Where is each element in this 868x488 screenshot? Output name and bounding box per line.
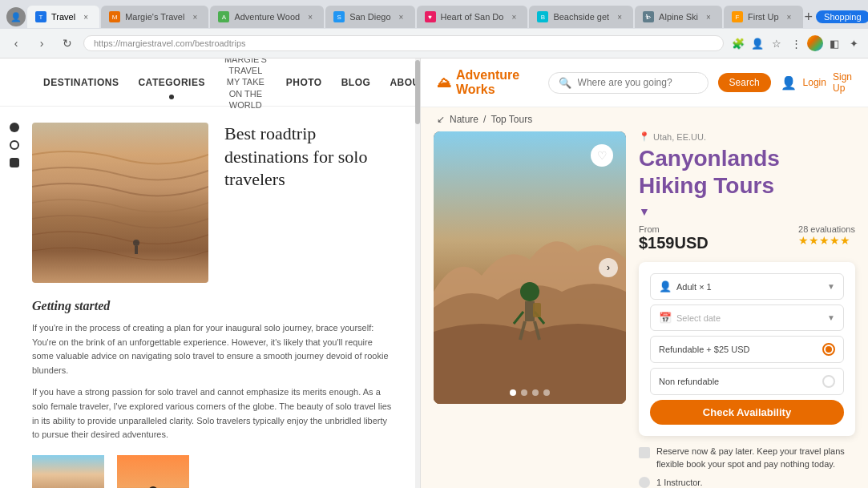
- extensions-icon[interactable]: 🧩: [730, 35, 746, 51]
- location-pin-icon: 📍: [639, 131, 650, 142]
- breadcrumb: ↙ Nature / Top Tours: [421, 107, 868, 131]
- breadcrumb-tours[interactable]: Top Tours: [491, 114, 532, 125]
- tab-sandiego[interactable]: S San Diego ×: [325, 6, 414, 28]
- nav-categories[interactable]: CATEGORIES: [138, 74, 204, 91]
- nav-destinations[interactable]: DESTINATIONS: [43, 74, 119, 91]
- blog-brand[interactable]: MARGIE'S TRAVEL MY TAKE ON THE WORLD: [224, 58, 267, 111]
- more-icon[interactable]: ⋮: [788, 35, 804, 51]
- booking-date-row[interactable]: 📅 Select date ▼: [650, 304, 844, 331]
- nav-photo[interactable]: PHOTO: [286, 74, 322, 91]
- hero-dot-1[interactable]: [510, 389, 516, 396]
- tab-margies[interactable]: M Margie's Travel ×: [101, 6, 208, 28]
- breadcrumb-nature[interactable]: Nature: [450, 114, 478, 125]
- blog-hero-image: [32, 123, 208, 283]
- tab-adventure-close[interactable]: ×: [305, 11, 316, 22]
- adult-chevron-icon: ▼: [827, 282, 835, 291]
- main-area: DESTINATIONS CATEGORIES MARGIE'S TRAVEL …: [0, 58, 868, 488]
- back-button[interactable]: ‹: [6, 34, 26, 53]
- tab-travel[interactable]: T Travel ×: [27, 6, 99, 28]
- blog-main-title: Best roadtrip destinations for solo trav…: [224, 123, 396, 192]
- beachside-favicon: B: [537, 11, 548, 22]
- url-bar[interactable]: https://margiestravel.com/bestroadtrips: [83, 35, 724, 51]
- login-link[interactable]: Login: [803, 77, 826, 88]
- hero-dot-3[interactable]: [532, 389, 539, 396]
- tab-beachside-close[interactable]: ×: [614, 11, 625, 22]
- tab-beachside[interactable]: B Beachside get ×: [529, 6, 633, 28]
- favorites-icon[interactable]: ☆: [769, 35, 785, 51]
- search-input[interactable]: [578, 77, 698, 88]
- auth-section: 👤 Login Sign Up: [781, 71, 852, 94]
- aw-reviews-block: 28 evaluations ★★★★★: [798, 224, 855, 247]
- tab-sandiego-title: San Diego: [349, 12, 390, 22]
- sunset-thumbnail: [117, 455, 189, 488]
- tab-firstup[interactable]: F First Up ×: [724, 6, 803, 28]
- tab-margies-close[interactable]: ×: [189, 11, 200, 22]
- tab-sandiego-close[interactable]: ×: [396, 11, 407, 22]
- booking-adult-row[interactable]: 👤 Adult × 1 ▼: [650, 273, 844, 300]
- hero-dots: [510, 389, 550, 396]
- nav-blog[interactable]: BLOG: [341, 74, 371, 91]
- social-icon-3[interactable]: [10, 158, 19, 167]
- check-availability-button[interactable]: Check Availability: [650, 400, 844, 425]
- social-icon-2[interactable]: [10, 140, 19, 150]
- blog-content: Best roadtrip destinations for solo trav…: [0, 107, 420, 488]
- aw-instructor: 1 Instructor.: [639, 477, 855, 488]
- refundable-radio[interactable]: [822, 343, 835, 356]
- aw-details-panel: 📍 Utah, EE.UU. Canyonlands Hiking Tours …: [639, 131, 855, 488]
- social-icon-1[interactable]: [10, 123, 19, 132]
- tab-heart-close[interactable]: ×: [508, 11, 519, 22]
- booking-nonrefundable-row[interactable]: Non refundable: [650, 368, 844, 395]
- hero-favorite-button[interactable]: ♡: [591, 144, 613, 167]
- hero-next-button[interactable]: ›: [599, 258, 618, 277]
- booking-refundable-row[interactable]: Refundable + $25 USD: [650, 336, 844, 363]
- svg-point-8: [520, 282, 539, 301]
- signup-link[interactable]: Sign Up: [833, 71, 852, 94]
- tab-firstup-title: First Up: [748, 12, 779, 22]
- aw-hero-container: ♡ ›: [434, 131, 626, 488]
- hero-dot-2[interactable]: [521, 389, 527, 396]
- search-button[interactable]: Search: [718, 73, 771, 92]
- sandstone-svg: [32, 123, 208, 283]
- hero-dot-4[interactable]: [543, 389, 550, 396]
- profile-account-icon[interactable]: 👤: [749, 35, 765, 51]
- new-tab-button[interactable]: +: [805, 6, 813, 28]
- small-image-canyon: UTAH AND IT'S WONDERFUL CANYONS: [32, 455, 104, 488]
- tab-firstup-close[interactable]: ×: [784, 11, 795, 22]
- blog-hero-section: Best roadtrip destinations for solo trav…: [32, 123, 396, 283]
- sidebar-icon[interactable]: ◧: [826, 35, 842, 51]
- aw-logo: ⛰ Adventure Works: [437, 68, 539, 97]
- date-chevron-icon: ▼: [827, 313, 835, 322]
- sunset-thumb-svg: [117, 455, 189, 488]
- scroll-thumb[interactable]: [415, 60, 420, 124]
- tab-travel-close[interactable]: ×: [80, 11, 91, 22]
- tab-adventure[interactable]: A Adventure Wood ×: [210, 6, 324, 28]
- svg-rect-14: [533, 303, 541, 317]
- profile-icon[interactable]: 👤: [6, 7, 26, 26]
- blog-text-2: If you have a strong passion for solo tr…: [32, 385, 396, 442]
- forward-button[interactable]: ›: [32, 34, 51, 53]
- hero-svg: [434, 131, 626, 404]
- aw-title-chevron-icon: ▼: [639, 205, 855, 218]
- adult-icon: 👤: [659, 280, 672, 292]
- reload-button[interactable]: ↻: [58, 34, 77, 53]
- aw-pricing-row: From $159USD 28 evaluations ★★★★★: [639, 224, 855, 252]
- calendar-icon: 📅: [659, 312, 672, 324]
- tab-adventure-title: Adventure Wood: [234, 12, 300, 22]
- browser-logo: [807, 35, 823, 51]
- tab-shopping[interactable]: Shopping: [816, 10, 868, 23]
- aw-title-block: Canyonlands Hiking Tours ▼: [639, 145, 855, 218]
- tab-alpine-close[interactable]: ×: [703, 11, 714, 22]
- nav-active-dot: [169, 95, 174, 99]
- adult-label: Adult × 1: [676, 282, 827, 292]
- adventure-works-panel: ⛰ Adventure Works 🔍 Search 👤 Login Sign …: [421, 58, 868, 488]
- nonrefundable-radio[interactable]: [822, 375, 835, 388]
- aw-reserve-note: Reserve now & pay later. Keep your trave…: [639, 446, 855, 470]
- heart-favicon: ♥: [425, 11, 436, 22]
- tab-heart[interactable]: ♥ Heart of San Do ×: [417, 6, 528, 28]
- getting-started-heading: Getting started: [32, 299, 396, 313]
- aw-search-bar[interactable]: 🔍: [548, 72, 709, 94]
- tab-alpine[interactable]: ⛷ Alpine Ski ×: [635, 6, 722, 28]
- search-icon: 🔍: [559, 77, 571, 89]
- sandstone-image: [32, 123, 208, 283]
- copilot-icon[interactable]: ✦: [846, 35, 862, 51]
